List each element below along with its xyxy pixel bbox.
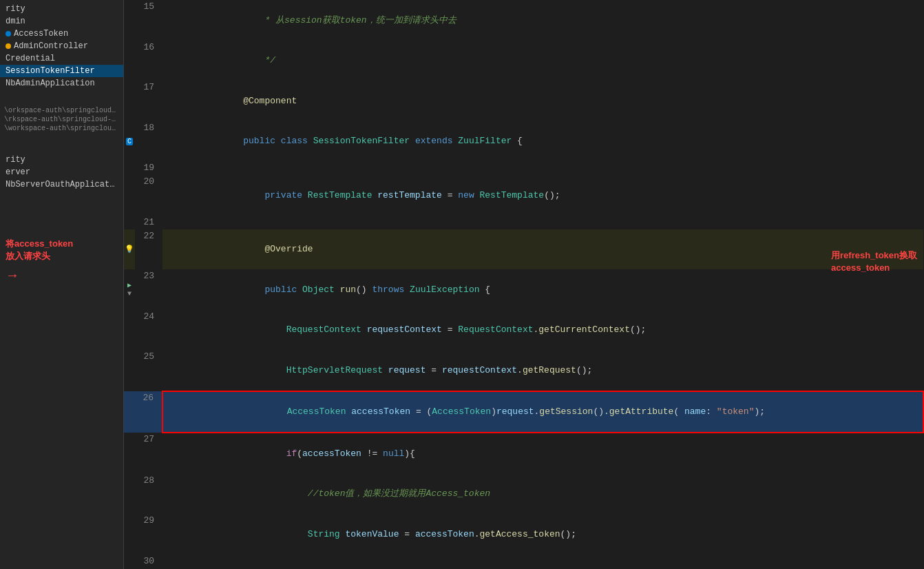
sidebar-item-rity[interactable]: rity [0, 3, 123, 15]
gutter-21 [124, 216, 135, 229]
sidebar-path-1: \orkspace-auth\springcloud-sec [0, 106, 123, 115]
field-request: request [388, 365, 426, 375]
plain-20b: (); [544, 190, 560, 200]
sidebar-item-admin[interactable]: dmin [0, 15, 123, 28]
line-27: 27 if(accessToken != null){ [124, 433, 923, 474]
comment-15: * 从session获取token，统一加到请求头中去 [243, 15, 456, 25]
line-20: 20 private RestTemplate restTemplate = n… [124, 175, 923, 216]
sidebar-label-admincontroller: AdminController [14, 41, 88, 51]
sidebar-bottom-section: rity erver NbServerOauthApplication [0, 154, 123, 191]
sidebar-item-admincontroller[interactable]: AdminController [0, 40, 123, 52]
comment-16: */ [243, 55, 275, 65]
sidebar-item-accesstoken[interactable]: AccessToken [0, 28, 123, 40]
plain-26e: ( [673, 406, 684, 417]
linecontent-27: if(accessToken != null){ [162, 433, 923, 474]
kw-if-27: if [243, 448, 297, 459]
linenum-27: 27 [135, 433, 162, 474]
type-zuulexception: ZuulException [410, 284, 485, 295]
param-name-26: name [684, 406, 706, 417]
sidebar: rity dmin AccessToken AdminController Cr… [0, 0, 124, 569]
line-15: 15 * 从session获取token，统一加到请求头中去 [124, 0, 923, 41]
line-25: 25 HttpServletRequest request = requestC… [124, 350, 923, 391]
linecontent-17: @Component [162, 81, 923, 121]
linecontent-24: RequestContext requestContext = RequestC… [162, 310, 923, 351]
linecontent-21 [162, 216, 923, 229]
sidebar-item-nbadminapplication[interactable]: NbAdminApplication [0, 77, 123, 90]
method-getcurrentcontext: getCurrentContext [538, 324, 630, 335]
plain-24a: = [442, 324, 458, 335]
kw-new-20: new [458, 190, 479, 200]
kw-public-23: public [243, 284, 302, 295]
gutter-16 [124, 41, 135, 81]
sidebar-label-accesstoken: AccessToken [14, 29, 68, 39]
gutter-22: 💡 [124, 229, 135, 270]
field-resttemplate: restTemplate [377, 190, 442, 200]
linecontent-18: public class SessionTokenFilter extends … [162, 121, 923, 162]
plain-26d: (). [593, 406, 609, 417]
sidebar-item-server[interactable]: erver [0, 166, 123, 178]
sidebar-item-credential[interactable]: Credential [0, 52, 123, 65]
plain-25b: . [517, 365, 523, 375]
code-area[interactable]: 用refresh_token换取access_token 15 * 从sessi… [124, 0, 924, 569]
plain-20a: = [442, 190, 458, 200]
field-accesstoken-27: accessToken [302, 448, 361, 459]
gutter-15 [124, 0, 135, 41]
gutter-24 [124, 310, 135, 351]
plain-25c: (); [576, 365, 592, 375]
kw-null-27: null [383, 448, 404, 459]
plain-26b: ) [491, 406, 496, 417]
linenum-21: 21 [135, 216, 162, 229]
annotation-component: @Component [243, 96, 297, 106]
linecontent-19 [162, 161, 923, 175]
method-getattribute-26: getAttribute [609, 406, 674, 417]
field-accesstoken-29: accessToken [415, 529, 474, 539]
comment-28: //token值，如果没过期就用Access_token [243, 488, 490, 499]
type-requestcontext-ref: RequestContext [458, 324, 533, 335]
method-getrequest: getRequest [523, 365, 576, 375]
plain-29c: (); [560, 529, 576, 539]
linecontent-22: @Override [162, 229, 923, 270]
sidebar-path-3: \workspace-auth\springcloud-s [0, 124, 123, 133]
sidebar-dot-blue [6, 31, 11, 37]
type-requestcontext-24: RequestContext [243, 324, 366, 335]
linecontent-20: private RestTemplate restTemplate = new … [162, 175, 923, 216]
linenum-23: 23 [135, 269, 162, 310]
gutter-30 [124, 555, 135, 570]
sidebar-item-sessiontokenfilter[interactable]: SessionTokenFilter [0, 65, 123, 77]
linecontent-16: */ [162, 41, 923, 81]
sidebar-dot-orange [6, 43, 11, 49]
type-sessiontokenfilter: SessionTokenFilter [313, 136, 415, 146]
sidebar-item-nbserveroauthapplication[interactable]: NbServerOauthApplication [0, 178, 123, 191]
plain-23a: () [356, 284, 372, 295]
method-getaccess-token: getAccess_token [480, 529, 560, 539]
sidebar-path-2: \rkspace-auth\springcloud-sec [0, 115, 123, 124]
line-24: 24 RequestContext requestContext = Reque… [124, 310, 923, 351]
gutter-29 [124, 514, 135, 555]
plain-29b: . [474, 529, 480, 539]
gutter-26 [124, 391, 135, 433]
linecontent-29: String tokenValue = accessToken.getAcces… [162, 514, 923, 555]
code-table: 15 * 从session获取token，统一加到请求头中去 16 */ [124, 0, 924, 569]
linecontent-23: public Object run() throws ZuulException… [162, 269, 923, 310]
class-icon: C [126, 138, 133, 145]
kw-class: class [281, 136, 313, 146]
kw-private-20: private [243, 190, 308, 200]
gutter-18: C [124, 121, 135, 162]
linecontent-25: HttpServletRequest request = requestCont… [162, 350, 923, 391]
linenum-22: 22 [135, 229, 162, 270]
type-resttemplate: RestTemplate [308, 190, 377, 200]
plain-25a: = [426, 365, 441, 375]
type-accesstoken-cast: AccessToken [432, 406, 491, 417]
field-accesstoken: accessToken [351, 406, 410, 417]
editor-area: 用refresh_token换取access_token 15 * 从sessi… [124, 0, 924, 569]
line-16: 16 */ [124, 41, 923, 81]
line-18: C 18 public class SessionTokenFilter ext… [124, 121, 923, 162]
gutter-28 [124, 474, 135, 515]
override-annotation: @Override [243, 244, 313, 254]
sidebar-item-rity2[interactable]: rity [0, 154, 123, 166]
plain-26a: = ( [410, 406, 432, 417]
kw-public: public [243, 136, 281, 146]
type-zuulfilter: ZuulFilter [458, 136, 512, 146]
plain-23b: { [485, 284, 490, 295]
plain-26f: : [706, 406, 717, 417]
